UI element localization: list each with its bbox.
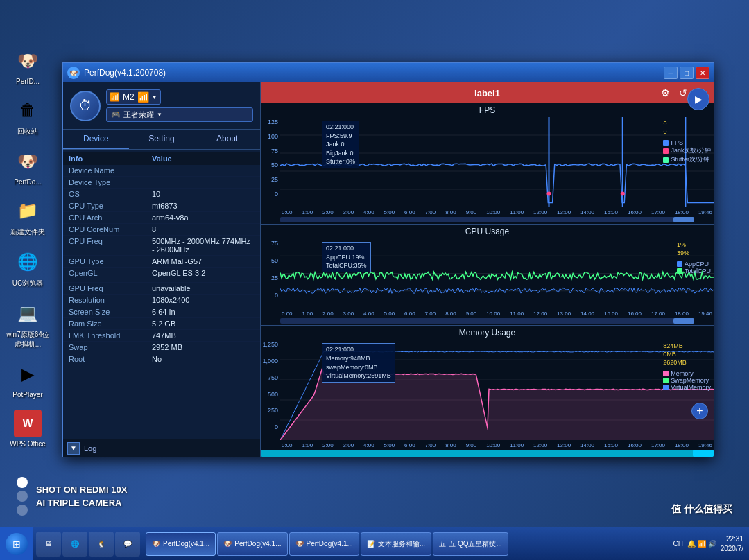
info-key-5: CPU CoreNum	[69, 225, 152, 234]
label-bar: label1 ⚙ ↺ ☁	[261, 82, 714, 103]
cpu-legend-app: 1%	[677, 241, 711, 248]
desktop-icon-folder[interactable]: 📁 新建文件夹	[6, 197, 50, 237]
memory-legend-mem: 824MB	[663, 342, 711, 349]
desktop-icon-potplayer[interactable]: ▶ PotPlayer	[6, 360, 50, 399]
taskbar-btn-label-0: PerfDog(v4.1...	[163, 540, 209, 548]
clock-time: 22:31	[721, 534, 743, 544]
cpu-scrollbar[interactable]	[280, 318, 694, 324]
info-key-10: GPU Freq	[69, 284, 152, 292]
info-key-14: LMK Threshold	[69, 331, 152, 340]
fps-legend-item-jank: Jank次数/分钟	[663, 146, 711, 155]
taskbar-icon-chat[interactable]: 💬	[115, 532, 140, 557]
info-row-5: CPU CoreNum 8	[63, 224, 260, 236]
info-val-14: 747MB	[152, 331, 255, 340]
chevron-icon: ▼	[152, 94, 157, 100]
info-row-15: Swap 2952 MB	[63, 342, 260, 353]
info-key-2: OS	[69, 190, 152, 198]
info-row-10: GPU Freq unavailable	[63, 283, 260, 295]
memory-legend-item-mem: Memory	[663, 370, 711, 377]
info-key-3: CPU Type	[69, 202, 152, 210]
taskbar-btn-2[interactable]: 🐶 PerfDog(v4.1...	[289, 532, 359, 556]
info-val-10: unavailable	[152, 284, 255, 292]
info-val-1	[152, 178, 255, 186]
fps-canvas	[280, 117, 714, 207]
cpu-legend-item-total: TotalCPU	[677, 268, 711, 274]
left-panel: ⏱ 📶 M2 📶 ▼ 🎮 王者荣耀 ▼	[63, 82, 261, 457]
fps-x-labels: 0:00 1:00 2:00 3:00 4:00 5:00 6:00 7:00 …	[280, 209, 714, 216]
desktop-icon-area: 🐶 PerfD... 🗑 回收站 🐶 PerfDo... 📁 新建文件夹 🌐 U…	[0, 42, 55, 453]
cpu-chart-area: 02:21:000AppCPU:19%TotalCPU:35% 1% 39%	[280, 238, 714, 308]
taskbar-btn-label-1: PerfDog(v4.1...	[234, 540, 281, 548]
cpu-scrollbar-thumb[interactable]	[673, 318, 694, 324]
info-row-4: CPU Arch arm64-v8a	[63, 212, 260, 224]
settings-icon[interactable]: ⚙	[658, 86, 672, 100]
info-row-16: Root No	[63, 353, 260, 365]
desktop-icon-perfdog2[interactable]: 🐶 PerfDo...	[6, 148, 50, 186]
device-avatar: ⏱	[70, 91, 101, 121]
start-orb: ⊞	[6, 533, 28, 555]
fps-scrollbar-thumb[interactable]	[673, 217, 694, 222]
desktop-icon-vm[interactable]: 💻 win7原版64位虚拟机...	[6, 299, 50, 349]
memory-chart-area: 02:21:000Memory:948MBswapMemory:0MBVirtu…	[280, 340, 714, 440]
desktop-icon-recycle[interactable]: 🗑 回收站	[6, 96, 50, 137]
info-val-5: 8	[152, 225, 255, 234]
info-row-3: CPU Type mt6873	[63, 200, 260, 212]
desktop-icon-uc[interactable]: 🌐 UC浏览器	[6, 248, 50, 288]
taskbar-btn-label-2: PerfDog(v4.1...	[307, 540, 353, 548]
info-key-6: CPU Freq	[69, 237, 152, 254]
window-controls: ─ □ ✕	[664, 67, 709, 79]
fps-legend-item-stutter: Stutter次/分钟	[663, 155, 711, 164]
desktop-icon-wps[interactable]: W WPS Office	[6, 410, 50, 448]
info-key-8: OpenGL	[69, 269, 152, 277]
icon-label: win7原版64位虚拟机...	[6, 330, 50, 349]
device-info: 📶 M2 📶 ▼ 🎮 王者荣耀 ▼	[106, 89, 253, 122]
info-val-15: 2952 MB	[152, 343, 255, 351]
icon-label: PerfDo...	[14, 178, 41, 186]
tab-about[interactable]: About	[194, 130, 260, 149]
taskbar-icon-show-desktop[interactable]: 🖥	[36, 532, 61, 557]
taskbar-icon-browser[interactable]: 🌐	[62, 532, 87, 557]
fps-x-axis: 0:00 1:00 2:00 3:00 4:00 5:00 6:00 7:00 …	[261, 207, 714, 217]
memory-scrollbar-thumb[interactable]	[693, 450, 714, 457]
memory-legend-item-swap: SwapMemory	[663, 377, 711, 384]
minimize-button[interactable]: ─	[664, 67, 678, 79]
start-button[interactable]: ⊞	[0, 527, 33, 561]
fps-legend-fps: 0	[663, 120, 711, 127]
memory-y-axis: 1,250 1,000 750 500 250 0	[261, 340, 280, 440]
taskbar-icon-media[interactable]: 🐧	[89, 532, 114, 557]
taskbar-btn-4[interactable]: 五 五 QQ五星精技...	[433, 532, 508, 556]
game-selector[interactable]: 🎮 王者荣耀 ▼	[106, 107, 253, 122]
fps-chart-title: FPS	[261, 103, 714, 117]
info-row-0: Device Name	[63, 165, 260, 177]
tab-setting[interactable]: Setting	[129, 130, 195, 149]
maximize-button[interactable]: □	[680, 67, 694, 79]
taskbar-quick-launch: 🖥 🌐 🐧 💬	[33, 532, 143, 557]
memory-scrollbar[interactable]	[261, 450, 714, 457]
add-chart-button[interactable]: +	[691, 403, 708, 419]
tab-device[interactable]: Device	[63, 130, 129, 149]
taskbar-btn-icon-3: 📝	[367, 540, 375, 548]
cpu-legend: 1% 39% AppCPU	[677, 241, 711, 274]
device-selector[interactable]: 📶 M2 📶 ▼	[106, 89, 161, 105]
icon-label: 回收站	[17, 127, 38, 137]
memory-legend-swap: 0MB	[663, 351, 711, 358]
memory-chart-title: Memory Usage	[261, 326, 714, 340]
desktop-icon-perfdog1[interactable]: 🐶 PerfD...	[6, 47, 50, 85]
system-clock: 22:31 2020/7/	[721, 534, 743, 554]
play-button[interactable]: ▶	[687, 88, 709, 110]
info-val-8: OpenGL ES 3.2	[152, 269, 255, 277]
taskbar-btn-1[interactable]: 🐶 PerfDog(v4.1...	[217, 532, 287, 556]
close-button[interactable]: ✕	[696, 67, 709, 79]
memory-chart-container: 1,250 1,000 750 500 250 0 02:21:000Memor…	[261, 340, 714, 440]
cpu-legend-item-app: AppCPU	[677, 261, 711, 268]
taskbar-btn-icon-2: 🐶	[295, 540, 304, 548]
fps-scrollbar[interactable]	[280, 217, 694, 222]
memory-chart-section: Memory Usage 1,250 1,000 750 500 250 0 0…	[261, 326, 714, 457]
log-toggle-button[interactable]: ▼	[67, 442, 80, 455]
taskbar-btn-3[interactable]: 📝 文本服务和输...	[361, 532, 431, 556]
info-row-13: Ram Size 5.2 GB	[63, 318, 260, 330]
fps-chart-area: 02:21:000FPS:59.9Jank:0BigJank:0Stutter:…	[280, 117, 714, 207]
taskbar-btn-0[interactable]: 🐶 PerfDog(v4.1...	[146, 532, 216, 556]
info-key-15: Swap	[69, 343, 152, 351]
cpu-y-axis: 75 50 25 0	[261, 238, 280, 308]
